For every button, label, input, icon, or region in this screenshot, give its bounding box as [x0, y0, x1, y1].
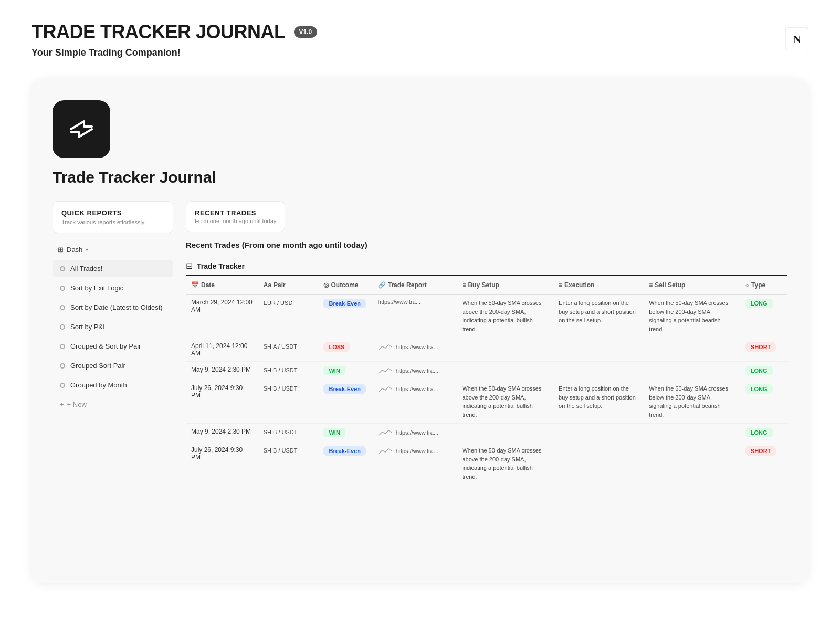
- cell-type: LONG: [740, 424, 788, 442]
- recent-trades-card: RECENT TRADES From one month ago until t…: [186, 201, 285, 232]
- sidebar-item-label: Grouped & Sort by Pair: [70, 342, 141, 350]
- section-title: Recent Trades (From one month ago until …: [186, 240, 788, 249]
- outcome-icon: ◎: [323, 281, 329, 289]
- recent-trades-title: RECENT TRADES: [195, 209, 276, 217]
- cell-pair: SHIB / USDT: [258, 424, 319, 442]
- sidebar-item-label: Sort by Exit Logic: [70, 284, 123, 292]
- text-icon: Aa: [264, 281, 271, 289]
- cell-report[interactable]: https://www.tra...: [373, 424, 457, 442]
- sidebar-item-label: Sort by P&L: [70, 323, 107, 331]
- sidebar-item-all-trades[interactable]: All Trades!: [52, 260, 173, 277]
- table-row: May 9, 2024 2:30 PM SHIB / USDT WIN http…: [186, 424, 788, 442]
- chevron-down-icon: ▾: [86, 247, 88, 253]
- cell-sell-setup: [644, 338, 740, 362]
- cell-type: LONG: [740, 362, 788, 380]
- recent-trades-subtitle: From one month ago until today: [195, 218, 276, 224]
- type-icon: ○: [746, 281, 749, 289]
- cell-date: May 9, 2024 2:30 PM: [186, 424, 258, 442]
- th-date: 📅Date: [186, 276, 258, 295]
- cell-type: LONG: [740, 295, 788, 338]
- cell-pair: SHIB / USDT: [258, 380, 319, 424]
- cell-type: LONG: [740, 380, 788, 424]
- dot-icon: [60, 266, 65, 271]
- table-row: July 26, 2024 9:30 PM SHIB / USDT Break-…: [186, 442, 788, 486]
- grid-icon: ⊞: [58, 246, 64, 254]
- sidebar-item-label: Grouped Sort Pair: [70, 362, 125, 370]
- cell-execution: Enter a long position on the buy setup a…: [553, 295, 644, 338]
- th-report: 🔗Trade Report: [373, 276, 457, 295]
- quick-reports-title: QUICK REPORTS: [61, 209, 164, 217]
- sidebar: QUICK REPORTS Track various reports effo…: [52, 201, 173, 485]
- cell-pair: SHIA / USDT: [258, 338, 319, 362]
- dot-icon: [60, 344, 65, 349]
- page-subtitle: Your Simple Trading Companion!: [32, 47, 317, 58]
- sidebar-item-grouped-pair[interactable]: Grouped & Sort by Pair: [52, 338, 173, 355]
- dash-label: Dash: [67, 246, 82, 254]
- dot-icon: [60, 305, 65, 310]
- buy-icon: ≡: [462, 281, 466, 289]
- report-icon: 🔗: [378, 281, 386, 289]
- cell-report[interactable]: https://www.tra...: [373, 380, 457, 424]
- cell-buy-setup: [457, 362, 553, 380]
- table-row: March 29, 2024 12:00 AM EUR / USD Break-…: [186, 295, 788, 338]
- sidebar-item-label: Grouped by Month: [70, 381, 127, 389]
- cell-outcome: WIN: [318, 362, 372, 380]
- cell-pair: EUR / USD: [258, 295, 319, 338]
- th-pair: AaPair: [258, 276, 319, 295]
- cell-buy-setup: [457, 424, 553, 442]
- cell-sell-setup: [644, 442, 740, 486]
- cell-sell-setup: [644, 424, 740, 442]
- notion-icon: N: [785, 27, 808, 52]
- cell-outcome: Break-Even: [318, 442, 372, 486]
- sidebar-new-button[interactable]: + + New: [52, 396, 173, 413]
- table-row: July 26, 2024 9:30 PM SHIB / USDT Break-…: [186, 380, 788, 424]
- cell-execution: [553, 424, 644, 442]
- cell-execution: [553, 338, 644, 362]
- cell-outcome: WIN: [318, 424, 372, 442]
- sidebar-item-sort-date[interactable]: Sort by Date (Latest to Oldest): [52, 299, 173, 316]
- sidebar-item-sort-pnl[interactable]: Sort by P&L: [52, 318, 173, 335]
- cell-report[interactable]: https://www.tra...: [373, 362, 457, 380]
- cell-sell-setup: When the 50-day SMA crosses below the 20…: [644, 380, 740, 424]
- exec-icon: ≡: [559, 281, 562, 289]
- sidebar-item-sort-exit[interactable]: Sort by Exit Logic: [52, 279, 173, 297]
- cell-type: SHORT: [740, 338, 788, 362]
- sidebar-item-dash[interactable]: ⊞ Dash ▾: [52, 242, 173, 258]
- cell-outcome: Break-Even: [318, 295, 372, 338]
- cell-report[interactable]: https://www.tra...: [373, 338, 457, 362]
- cell-execution: [553, 362, 644, 380]
- trade-tracker-header: ⊟ Trade Tracker: [186, 257, 788, 276]
- cell-date: May 9, 2024 2:30 PM: [186, 362, 258, 380]
- sidebar-item-grouped-sort-pair[interactable]: Grouped Sort Pair: [52, 357, 173, 374]
- plus-icon: +: [60, 401, 64, 408]
- sell-icon: ≡: [649, 281, 653, 289]
- th-execution: ≡Execution: [553, 276, 644, 295]
- cell-date: March 29, 2024 12:00 AM: [186, 295, 258, 338]
- cell-report[interactable]: https://www.tra...: [373, 295, 457, 338]
- cell-report[interactable]: https://www.tra...: [373, 442, 457, 486]
- page-header: TRADE TRACKER JOURNAL V1.0 Your Simple T…: [0, 0, 840, 69]
- quick-reports-subtitle: Track various reports effortlessly.: [61, 219, 164, 225]
- sidebar-nav: ⊞ Dash ▾ All Trades! Sort by Exit Logic …: [52, 242, 173, 413]
- dot-icon: [60, 363, 65, 369]
- th-buy-setup: ≡Buy Setup: [457, 276, 553, 295]
- cell-type: SHORT: [740, 442, 788, 486]
- cell-execution: Enter a long position on the buy setup a…: [553, 380, 644, 424]
- cell-pair: SHIB / USDT: [258, 362, 319, 380]
- trade-tracker-label: Trade Tracker: [197, 262, 245, 270]
- cell-date: July 26, 2024 9:30 PM: [186, 380, 258, 424]
- cell-outcome: LOSS: [318, 338, 372, 362]
- sidebar-item-grouped-month[interactable]: Grouped by Month: [52, 376, 173, 394]
- cell-buy-setup: When the 50-day SMA crosses above the 20…: [457, 442, 553, 486]
- header-left: TRADE TRACKER JOURNAL V1.0 Your Simple T…: [32, 21, 317, 58]
- dot-icon: [60, 383, 65, 388]
- cell-buy-setup: When the 50-day SMA crosses above the 20…: [457, 380, 553, 424]
- dot-icon: [60, 286, 65, 291]
- main-content: RECENT TRADES From one month ago until t…: [186, 201, 788, 485]
- cell-pair: SHIB / USDT: [258, 442, 319, 486]
- new-label: + New: [67, 401, 87, 408]
- app-name: Trade Tracker Journal: [52, 169, 788, 186]
- main-card: Trade Tracker Journal QUICK REPORTS Trac…: [32, 79, 808, 583]
- cell-buy-setup: When the 50-day SMA crosses above the 20…: [457, 295, 553, 338]
- table-header-row: 📅Date AaPair ◎Outcome 🔗Trade Report ≡B: [186, 276, 788, 295]
